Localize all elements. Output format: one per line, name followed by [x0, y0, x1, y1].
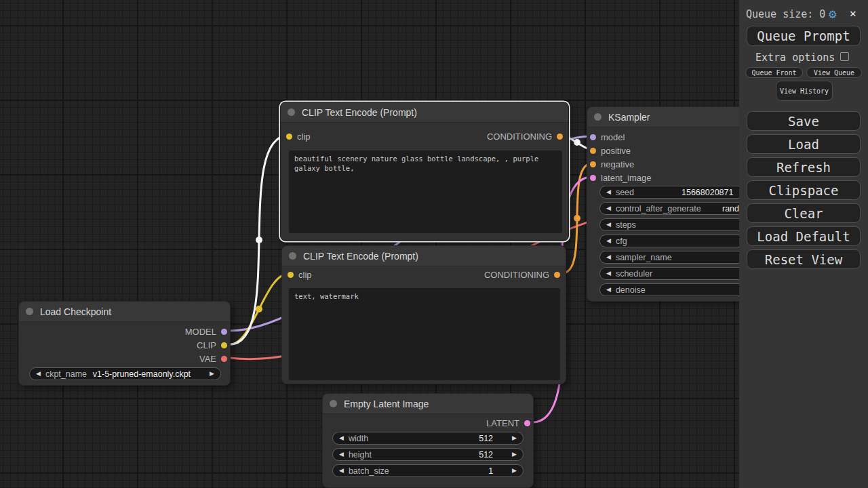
input-port-positive[interactable]: positive: [590, 145, 631, 156]
decrement-arrow-icon[interactable]: ◀: [339, 468, 344, 474]
prompt-textarea[interactable]: text, watermark: [289, 288, 560, 380]
input-port-dot[interactable]: [288, 272, 294, 278]
link-midpoint-dot: [574, 215, 580, 222]
view-queue-button[interactable]: View Queue: [806, 67, 862, 78]
widget-ckpt-name[interactable]: ◀ ckpt_name v1-5-pruned-emaonly.ckpt ▶: [29, 367, 221, 380]
clipspace-button[interactable]: Clipspace: [747, 180, 861, 200]
output-port-model[interactable]: MODEL: [185, 326, 227, 337]
node-clip-text-encode-positive[interactable]: CLIP Text Encode (Prompt) clip CONDITION…: [280, 102, 569, 241]
input-port-clip[interactable]: clip: [286, 131, 311, 142]
node-title: Load Checkpoint: [40, 306, 111, 317]
node-load-checkpoint[interactable]: Load Checkpoint MODEL CLIP VAE ◀ ckpt_na…: [18, 301, 231, 386]
output-port-dot[interactable]: [221, 342, 227, 348]
decrement-arrow-icon[interactable]: ◀: [606, 270, 611, 277]
load-button[interactable]: Load: [747, 134, 861, 154]
input-port-negative[interactable]: negative: [590, 159, 634, 169]
decrement-arrow-icon[interactable]: ◀: [606, 238, 611, 244]
output-port-vae[interactable]: VAE: [199, 353, 227, 364]
extra-options-checkbox[interactable]: [840, 52, 849, 61]
node-collapse-dot-icon[interactable]: [330, 400, 337, 407]
output-port-dot[interactable]: [524, 420, 530, 426]
node-title: CLIP Text Encode (Prompt): [302, 107, 417, 118]
node-collapse-dot-icon[interactable]: [594, 113, 601, 121]
node-collapse-dot-icon[interactable]: [26, 308, 33, 315]
output-port-dot[interactable]: [557, 134, 563, 140]
node-title: CLIP Text Encode (Prompt): [303, 251, 418, 262]
decrement-arrow-icon[interactable]: ◀: [36, 371, 41, 377]
node-header[interactable]: Load Checkpoint: [19, 302, 230, 322]
node-empty-latent-image[interactable]: Empty Latent Image LATENT ◀ width 512 ▶ …: [322, 393, 534, 488]
extra-options-label: Extra options: [755, 52, 835, 64]
input-port-dot[interactable]: [590, 161, 596, 167]
decrement-arrow-icon[interactable]: ◀: [339, 435, 344, 441]
increment-arrow-icon[interactable]: ▶: [512, 468, 517, 474]
output-port-clip[interactable]: CLIP: [197, 340, 227, 350]
output-port-dot[interactable]: [554, 272, 560, 278]
queue-header[interactable]: Queue size: 0 ⚙ ✕: [739, 5, 868, 22]
widget-seed-value: 15668020871: [682, 188, 733, 197]
node-clip-text-encode-negative[interactable]: CLIP Text Encode (Prompt) clip CONDITION…: [281, 245, 566, 384]
input-port-dot[interactable]: [590, 134, 596, 140]
increment-arrow-icon[interactable]: ▶: [512, 451, 517, 458]
output-port-latent[interactable]: LATENT: [486, 418, 530, 428]
close-icon[interactable]: ✕: [850, 7, 856, 20]
queue-size-label: Queue size: 0: [746, 8, 825, 20]
comfy-menu: Queue size: 0 ⚙ ✕ Queue Prompt Extra opt…: [739, 0, 868, 488]
decrement-arrow-icon[interactable]: ◀: [606, 205, 611, 211]
queue-front-button[interactable]: Queue Front: [745, 67, 803, 78]
output-port-conditioning[interactable]: CONDITIONING: [484, 269, 560, 280]
link-midpoint-dot: [256, 306, 262, 312]
decrement-arrow-icon[interactable]: ◀: [606, 287, 611, 293]
decrement-arrow-icon[interactable]: ◀: [339, 451, 344, 458]
input-port-model[interactable]: model: [590, 131, 625, 142]
view-history-button[interactable]: View History: [776, 81, 833, 101]
reset-view-button[interactable]: Reset View: [747, 249, 861, 269]
extra-options-row: Extra options: [739, 52, 868, 64]
settings-gear-icon[interactable]: ⚙: [829, 6, 836, 21]
input-port-dot[interactable]: [286, 134, 292, 140]
node-header[interactable]: CLIP Text Encode (Prompt): [282, 246, 566, 266]
link-midpoint-dot: [256, 237, 262, 243]
input-port-clip[interactable]: clip: [288, 269, 312, 280]
clear-button[interactable]: Clear: [747, 203, 861, 223]
decrement-arrow-icon[interactable]: ◀: [606, 222, 611, 228]
output-port-conditioning[interactable]: CONDITIONING: [487, 131, 563, 142]
input-port-latent-image[interactable]: latent_image: [590, 172, 651, 183]
node-header[interactable]: Empty Latent Image: [323, 394, 533, 414]
decrement-arrow-icon[interactable]: ◀: [606, 254, 611, 260]
input-port-dot[interactable]: [590, 148, 596, 154]
output-port-dot[interactable]: [221, 329, 227, 335]
increment-arrow-icon[interactable]: ▶: [210, 371, 214, 377]
decrement-arrow-icon[interactable]: ◀: [606, 189, 611, 195]
input-port-dot[interactable]: [590, 175, 596, 181]
node-collapse-dot-icon[interactable]: [289, 252, 296, 260]
link-midpoint-dot: [574, 139, 580, 146]
node-title: Empty Latent Image: [344, 399, 429, 409]
prompt-textarea[interactable]: beautiful scenery nature glass bottle la…: [289, 150, 562, 233]
queue-prompt-button[interactable]: Queue Prompt: [747, 26, 861, 46]
refresh-button[interactable]: Refresh: [747, 157, 861, 177]
widget-width[interactable]: ◀ width 512 ▶: [332, 432, 524, 445]
node-header[interactable]: CLIP Text Encode (Prompt): [281, 102, 568, 123]
node-title: KSampler: [608, 112, 650, 123]
load-default-button[interactable]: Load Default: [747, 226, 861, 246]
output-port-dot[interactable]: [221, 356, 227, 362]
graph-canvas[interactable]: CLIP Text Encode (Prompt) clip CONDITION…: [0, 0, 868, 488]
widget-height[interactable]: ◀ height 512 ▶: [332, 448, 524, 461]
increment-arrow-icon[interactable]: ▶: [512, 435, 517, 441]
widget-batch-size[interactable]: ◀ batch_size 1 ▶: [332, 464, 524, 477]
save-button[interactable]: Save: [747, 111, 861, 131]
node-collapse-dot-icon[interactable]: [288, 108, 295, 116]
